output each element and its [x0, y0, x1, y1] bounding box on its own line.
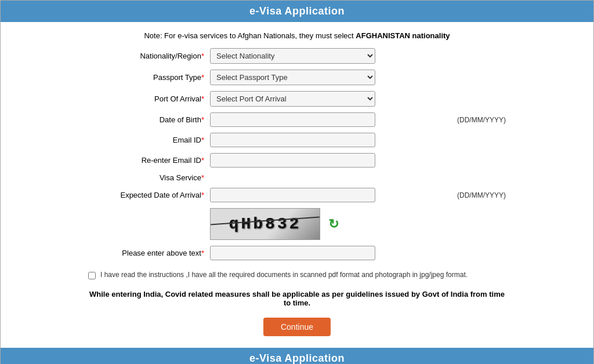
- expected-date-input[interactable]: [210, 188, 375, 202]
- captcha-input-row: Please enter above text*: [88, 246, 506, 260]
- expected-date-label: Expected Date of Arrival*: [88, 191, 210, 199]
- note-highlight: AFGHANISTAN nationality: [356, 31, 450, 40]
- re-enter-email-control: [210, 153, 506, 168]
- dob-label: Date of Birth*: [88, 115, 210, 124]
- port-of-arrival-row: Port Of Arrival* Select Port Of Arrival: [88, 91, 506, 107]
- passport-type-select[interactable]: Select Passport Type: [210, 70, 375, 85]
- captcha-input-label: Please enter above text*: [88, 249, 210, 257]
- re-enter-email-label: Re-enter Email ID*: [88, 156, 210, 165]
- captcha-image-control: qHb832 ↻: [210, 208, 506, 240]
- form-container: Nationality/Region* Select Nationality P…: [88, 48, 506, 266]
- app-window: e-Visa Application Note: For e-visa serv…: [0, 0, 594, 364]
- email-input[interactable]: [210, 133, 375, 147]
- captcha-refresh-button[interactable]: ↻: [328, 217, 339, 232]
- note-text: Note: For e-visa services to Afghan Nati…: [144, 31, 450, 40]
- passport-type-control: Select Passport Type: [210, 70, 506, 85]
- nationality-control: Select Nationality: [210, 48, 506, 64]
- main-content: Note: For e-visa services to Afghan Nati…: [1, 22, 593, 348]
- expected-date-control: [210, 188, 452, 202]
- agreement-label: I have read the instructions ,I have all…: [100, 271, 468, 279]
- visa-service-label: Visa Service*: [88, 173, 210, 182]
- app-footer: e-Visa Application: [1, 348, 593, 364]
- re-enter-email-row: Re-enter Email ID*: [88, 153, 506, 168]
- dob-control: [210, 112, 452, 127]
- dob-row: Date of Birth* (DD/MM/YYYY): [88, 112, 506, 127]
- email-control: [210, 133, 506, 147]
- port-of-arrival-label: Port Of Arrival*: [88, 94, 210, 103]
- expected-date-hint: (DD/MM/YYYY): [457, 191, 506, 199]
- captcha-input[interactable]: [210, 246, 375, 260]
- nationality-select[interactable]: Select Nationality: [210, 48, 375, 64]
- nationality-label: Nationality/Region*: [88, 52, 210, 60]
- port-of-arrival-select[interactable]: Select Port Of Arrival: [210, 91, 375, 107]
- expected-date-row: Expected Date of Arrival* (DD/MM/YYYY): [88, 188, 506, 202]
- captcha-row: qHb832 ↻: [88, 208, 506, 240]
- visa-service-row: Visa Service*: [88, 173, 506, 182]
- dob-hint: (DD/MM/YYYY): [457, 116, 506, 124]
- re-enter-email-input[interactable]: [210, 153, 375, 168]
- app-header: e-Visa Application: [1, 1, 593, 22]
- agreement-row: I have read the instructions ,I have all…: [88, 271, 506, 279]
- covid-notice: While entering India, Covid related meas…: [88, 290, 506, 307]
- header-title: e-Visa Application: [249, 5, 345, 17]
- passport-type-label: Passport Type*: [88, 73, 210, 82]
- continue-button[interactable]: Continue: [263, 318, 331, 336]
- captcha-input-control: [210, 246, 506, 260]
- agreement-checkbox[interactable]: [88, 272, 96, 279]
- captcha-image: qHb832: [210, 208, 320, 240]
- email-label: Email ID*: [88, 136, 210, 144]
- passport-type-row: Passport Type* Select Passport Type: [88, 70, 506, 85]
- footer-title: e-Visa Application: [249, 352, 345, 364]
- port-of-arrival-control: Select Port Of Arrival: [210, 91, 506, 107]
- dob-input[interactable]: [210, 112, 375, 127]
- nationality-row: Nationality/Region* Select Nationality: [88, 48, 506, 64]
- email-row: Email ID*: [88, 133, 506, 147]
